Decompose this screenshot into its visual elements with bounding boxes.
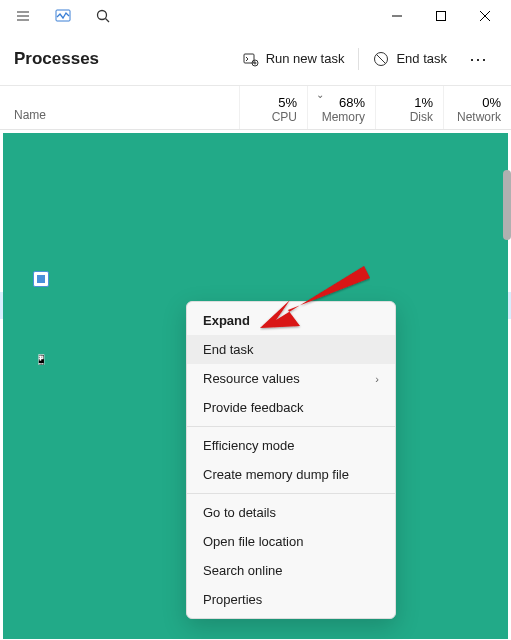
row-name-cell: ›Secure System xyxy=(0,217,239,233)
header-network[interactable]: 0%Network xyxy=(443,86,511,129)
app-icon-button[interactable] xyxy=(44,1,82,31)
maximize-icon xyxy=(436,11,446,21)
window-controls xyxy=(375,1,507,31)
ctx-expand[interactable]: Expand xyxy=(187,306,395,335)
minimize-button[interactable] xyxy=(375,1,419,31)
maximize-button[interactable] xyxy=(419,1,463,31)
ctx-search[interactable]: Search online xyxy=(187,556,395,585)
ctx-details[interactable]: Go to details xyxy=(187,498,395,527)
run-task-label: Run new task xyxy=(266,51,345,66)
toolbar: Processes Run new task End task ⋯ xyxy=(0,32,511,86)
sort-caret-icon: ⌄ xyxy=(316,89,324,100)
run-task-icon xyxy=(243,51,259,67)
close-button[interactable] xyxy=(463,1,507,31)
more-icon: ⋯ xyxy=(469,49,489,69)
column-headers: Name 5%CPU ⌄68%Memory 1%Disk 0%Network xyxy=(0,86,511,130)
ctx-efficiency[interactable]: Efficiency mode xyxy=(187,431,395,460)
minimize-icon xyxy=(392,11,402,21)
ctx-resource-values[interactable]: Resource values› xyxy=(187,364,395,393)
end-task-button[interactable]: End task xyxy=(363,45,457,73)
ctx-dump[interactable]: Create memory dump file xyxy=(187,460,395,489)
header-memory[interactable]: ⌄68%Memory xyxy=(307,86,375,129)
titlebar xyxy=(0,0,511,32)
more-button[interactable]: ⋯ xyxy=(461,44,497,74)
end-task-label: End task xyxy=(396,51,447,66)
header-name[interactable]: Name xyxy=(0,86,239,129)
ctx-end-task[interactable]: End task xyxy=(187,335,395,364)
titlebar-left xyxy=(4,1,122,31)
context-menu: Expand End task Resource values› Provide… xyxy=(186,301,396,619)
search-icon xyxy=(95,8,111,24)
ctx-properties[interactable]: Properties xyxy=(187,585,395,614)
header-disk[interactable]: 1%Disk xyxy=(375,86,443,129)
ctx-separator xyxy=(187,493,395,494)
svg-rect-2 xyxy=(437,12,446,21)
toolbar-actions: Run new task End task ⋯ xyxy=(233,44,497,74)
ctx-location[interactable]: Open file location xyxy=(187,527,395,556)
scrollbar-thumb[interactable] xyxy=(503,170,511,240)
ctx-feedback[interactable]: Provide feedback xyxy=(187,393,395,422)
page-title: Processes xyxy=(14,49,99,69)
menu-icon xyxy=(15,8,31,24)
run-task-button[interactable]: Run new task xyxy=(233,45,355,73)
close-icon xyxy=(480,11,490,21)
svg-point-1 xyxy=(98,11,107,20)
end-task-icon xyxy=(373,51,389,67)
perf-monitor-icon xyxy=(55,8,71,24)
toolbar-divider xyxy=(358,48,359,70)
menu-button[interactable] xyxy=(4,1,42,31)
box-blue-icon xyxy=(33,271,49,287)
search-button[interactable] xyxy=(84,1,122,31)
chevron-right-icon: › xyxy=(375,373,379,385)
ctx-separator xyxy=(187,426,395,427)
box-teal-icon xyxy=(51,217,67,233)
process-row[interactable]: ›Secure System0%28.6 MB0 MB/s0 Mbps xyxy=(0,211,511,238)
header-cpu[interactable]: 5%CPU xyxy=(239,86,307,129)
